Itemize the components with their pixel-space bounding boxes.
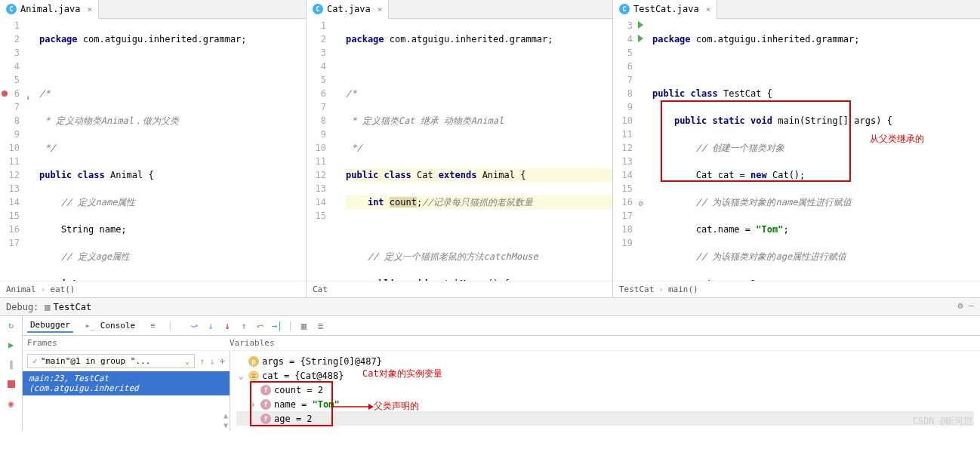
rerun-button[interactable]: ↻ bbox=[5, 319, 17, 331]
code-area[interactable]: package com.atguigu.inherited.grammar; /… bbox=[36, 19, 306, 281]
chevron-right-icon: › bbox=[658, 284, 664, 294]
gear-icon[interactable]: ⚙ — bbox=[957, 300, 974, 311]
scroll-up-icon[interactable]: ▲ bbox=[223, 411, 228, 420]
prev-frame-icon[interactable]: ↑ bbox=[199, 356, 205, 367]
frames-header: Frames bbox=[27, 338, 230, 348]
tab-cat[interactable]: C Cat.java × bbox=[307, 0, 389, 19]
annotation-parent: 父类声明的 bbox=[374, 400, 419, 413]
tab-animal[interactable]: C Animal.java × bbox=[0, 0, 99, 19]
step-over-icon[interactable]: ⤻ bbox=[188, 320, 200, 332]
var-count[interactable]: fcount = 2 bbox=[236, 383, 974, 397]
stack-frame[interactable]: main:23, TestCat (com.atguigu.inherited bbox=[23, 371, 230, 395]
var-cat[interactable]: ⌄≡cat = {Cat@488} bbox=[236, 368, 974, 383]
editor-pane-testcat: C TestCat.java × 3 4 56789101112131415 1… bbox=[613, 0, 980, 297]
crumb[interactable]: eat() bbox=[50, 284, 75, 294]
var-args[interactable]: pargs = {String[0]@487} bbox=[236, 354, 974, 368]
drop-frame-icon[interactable]: ⤺ bbox=[254, 320, 267, 332]
close-icon[interactable]: × bbox=[706, 5, 711, 14]
debug-run-buttons: ↻ ▶ ∥ ◉ bbox=[0, 316, 23, 431]
watermark: CSDN @昕河愆 bbox=[913, 415, 972, 428]
chevron-right-icon: › bbox=[41, 284, 46, 294]
view-breakpoints-button[interactable]: ◉ bbox=[5, 398, 17, 410]
debug-config-name[interactable]: TestCat bbox=[54, 302, 92, 312]
tabbar: C Animal.java × bbox=[0, 0, 306, 19]
crumb[interactable]: main() bbox=[668, 284, 698, 294]
breadcrumb[interactable]: Cat bbox=[307, 281, 612, 297]
chevron-down-icon: ⌄ bbox=[185, 356, 190, 366]
next-frame-icon[interactable]: ↓ bbox=[210, 356, 215, 367]
editor-pane-animal: C Animal.java × 12345 6⬇ 789101112131415… bbox=[0, 0, 307, 297]
threads-button[interactable]: ≡ bbox=[147, 319, 159, 332]
editor[interactable]: 12345 6⬇ 7891011121314151617 package com… bbox=[0, 19, 306, 281]
crumb[interactable]: TestCat bbox=[619, 284, 654, 294]
thread-selector[interactable]: ✓ "main"@1 in group "... ⌄ bbox=[27, 354, 195, 368]
run-to-cursor-icon[interactable]: →| bbox=[271, 320, 283, 332]
debug-label: Debug: bbox=[6, 302, 39, 312]
resume-button[interactable]: ▶ bbox=[5, 339, 17, 351]
editor-pane-cat: C Cat.java × 123456789101112131415 packa… bbox=[307, 0, 613, 297]
add-icon[interactable]: + bbox=[220, 356, 225, 367]
step-out-icon[interactable]: ↑ bbox=[238, 320, 250, 332]
tab-console[interactable]: ▸_ Console bbox=[82, 319, 138, 332]
stop-button[interactable] bbox=[5, 378, 17, 390]
tab-label: Cat.java bbox=[327, 4, 371, 14]
close-icon[interactable]: × bbox=[378, 5, 383, 14]
tab-label: Animal.java bbox=[20, 4, 80, 14]
class-icon: C bbox=[6, 4, 17, 14]
svg-marker-1 bbox=[368, 404, 374, 410]
variables-panel: pargs = {String[0]@487} ⌄≡cat = {Cat@488… bbox=[230, 351, 980, 431]
crumb[interactable]: Cat bbox=[313, 284, 328, 294]
scroll-down-icon[interactable]: ▼ bbox=[223, 421, 228, 429]
debug-config-icon: ▦ bbox=[45, 302, 50, 312]
tab-debugger[interactable]: Debugger bbox=[27, 318, 73, 333]
tab-testcat[interactable]: C TestCat.java × bbox=[613, 0, 717, 19]
debug-header: Debug: ▦ TestCat bbox=[0, 298, 980, 316]
trace-icon[interactable]: ≣ bbox=[314, 320, 326, 332]
variables-header: Variables bbox=[230, 338, 275, 348]
crumb[interactable]: Animal bbox=[6, 284, 36, 294]
tab-label: TestCat.java bbox=[633, 4, 699, 14]
arrow-icon bbox=[332, 402, 374, 411]
force-step-into-icon[interactable]: ↓ bbox=[221, 320, 233, 332]
step-into-icon[interactable]: ↓ bbox=[205, 320, 217, 332]
pause-button[interactable]: ∥ bbox=[5, 358, 17, 371]
close-icon[interactable]: × bbox=[87, 5, 92, 14]
frames-panel: ✓ "main"@1 in group "... ⌄ ↑ ↓ + main:23… bbox=[23, 351, 230, 431]
class-icon: C bbox=[619, 4, 630, 14]
gutter: 12345 6⬇ 7891011121314151617 bbox=[0, 19, 36, 281]
breadcrumb[interactable]: TestCat › main() bbox=[613, 281, 980, 297]
var-age[interactable]: fage = 2 bbox=[236, 411, 974, 426]
breadcrumb[interactable]: Animal › eat() bbox=[0, 281, 306, 297]
debug-tabs: Debugger ▸_ Console ≡ | ⤻ ↓ ↓ ↑ ⤺ →| | ▦… bbox=[23, 316, 980, 336]
annotation-inherited: 从父类继承的 bbox=[870, 132, 924, 146]
annotation-instance: Cat对象的实例变量 bbox=[362, 368, 442, 380]
debug-panel: ↻ ▶ ∥ ◉ Debugger ▸_ Console ≡ | ⤻ ↓ ↓ ↑ … bbox=[0, 316, 980, 431]
class-icon: C bbox=[313, 4, 323, 14]
evaluate-icon[interactable]: ▦ bbox=[297, 320, 310, 332]
